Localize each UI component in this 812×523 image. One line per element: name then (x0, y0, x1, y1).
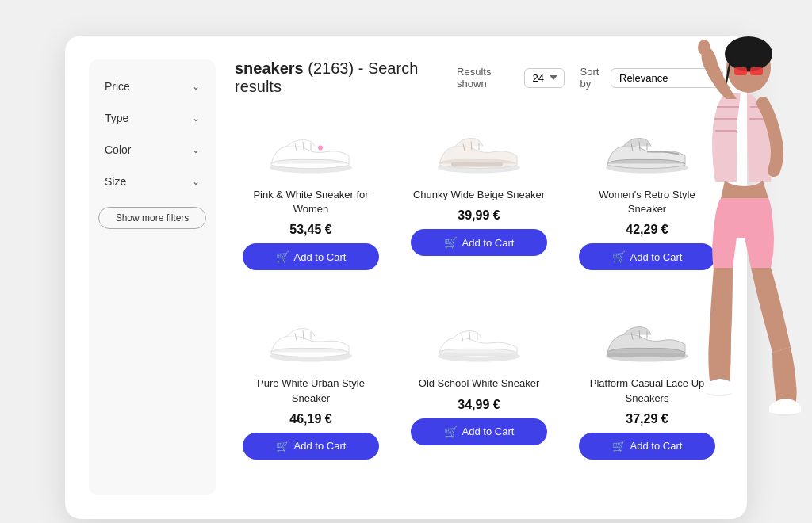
sort-group: Sort by Relevance Price: Low to High Pri… (580, 66, 723, 90)
filter-type[interactable]: Type ⌄ (98, 104, 206, 132)
sort-label: Sort by (580, 66, 604, 90)
add-to-cart-label-3: Add to Cart (630, 251, 683, 263)
cart-icon-5: 🛒 (444, 426, 458, 438)
products-grid: Pink & White Sneaker for Women 53,45 € 🛒… (235, 109, 723, 471)
add-to-cart-button-2[interactable]: 🛒 Add to Cart (411, 229, 547, 256)
product-name-4: Pure White Urban Style Sneaker (243, 376, 379, 405)
cart-icon-6: 🛒 (612, 440, 626, 452)
product-price-4: 46,19 € (289, 412, 331, 426)
cart-icon-2: 🛒 (444, 236, 458, 249)
product-image-1 (259, 118, 362, 181)
product-card-3: Women's Retro Style Sneaker 42,29 € 🛒 Ad… (571, 109, 723, 281)
header-controls: Results shown 24 48 96 Sort by Relevance… (457, 66, 723, 90)
filter-color[interactable]: Color ⌄ (98, 136, 206, 164)
filter-price-label: Price (105, 80, 130, 93)
product-price-6: 37,29 € (626, 412, 668, 426)
add-to-cart-button-5[interactable]: 🛒 Add to Cart (411, 418, 547, 445)
product-card-2: Chunky Wide Beige Sneaker 39,99 € 🛒 Add … (403, 109, 555, 281)
chevron-price-icon: ⌄ (192, 81, 200, 92)
product-image-4 (259, 307, 362, 370)
search-header: sneakers (2163) - Search results Results… (235, 59, 723, 96)
add-to-cart-label-6: Add to Cart (630, 440, 683, 452)
product-name-3: Women's Retro Style Sneaker (579, 188, 715, 216)
product-card-4: Pure White Urban Style Sneaker 46,19 € 🛒… (235, 297, 387, 470)
search-term: sneakers (235, 59, 304, 77)
results-shown-label: Results shown (457, 66, 517, 90)
add-to-cart-button-4[interactable]: 🛒 Add to Cart (243, 433, 379, 460)
result-count: (2163) (308, 59, 354, 77)
product-image-6 (596, 307, 699, 370)
add-to-cart-button-3[interactable]: 🛒 Add to Cart (579, 243, 715, 270)
filter-color-label: Color (105, 143, 131, 156)
cart-icon-1: 🛒 (276, 250, 289, 263)
add-to-cart-label-2: Add to Cart (462, 237, 515, 249)
add-to-cart-button-6[interactable]: 🛒 Add to Cart (579, 433, 715, 460)
page-wrapper: Price ⌄ Type ⌄ Color ⌄ Size ⌄ Show more … (16, 16, 796, 523)
product-image-5 (427, 307, 530, 370)
chevron-color-icon: ⌄ (192, 144, 200, 155)
product-price-1: 53,45 € (289, 223, 331, 237)
filter-size-label: Size (105, 175, 126, 188)
product-price-3: 42,29 € (626, 223, 668, 237)
add-to-cart-label-5: Add to Cart (462, 426, 515, 437)
svg-rect-3 (451, 162, 503, 167)
chevron-size-icon: ⌄ (192, 176, 200, 187)
svg-point-22 (769, 403, 801, 416)
results-shown-group: Results shown 24 48 96 (457, 66, 564, 90)
svg-rect-9 (607, 353, 685, 357)
product-price-5: 34,99 € (458, 398, 500, 412)
filter-type-label: Type (105, 112, 128, 124)
svg-rect-7 (439, 353, 517, 357)
filter-price[interactable]: Price ⌄ (98, 72, 206, 101)
product-price-2: 39,99 € (458, 208, 500, 223)
product-card-1: Pink & White Sneaker for Women 53,45 € 🛒… (235, 109, 387, 281)
add-to-cart-label-1: Add to Cart (294, 251, 347, 263)
add-to-cart-label-4: Add to Cart (294, 440, 347, 452)
product-image-2 (427, 118, 530, 181)
product-name-1: Pink & White Sneaker for Women (243, 188, 379, 216)
main-card: Price ⌄ Type ⌄ Color ⌄ Size ⌄ Show more … (65, 36, 747, 519)
chevron-type-icon: ⌄ (192, 113, 200, 124)
product-card-5: Old School White Sneaker 34,99 € 🛒 Add t… (403, 297, 555, 470)
results-shown-select[interactable]: 24 48 96 (524, 68, 565, 88)
main-content: sneakers (2163) - Search results Results… (235, 59, 723, 495)
search-title: sneakers (2163) - Search results (235, 59, 457, 96)
add-to-cart-button-1[interactable]: 🛒 Add to Cart (243, 243, 379, 270)
show-more-filters-button[interactable]: Show more filters (98, 207, 206, 229)
product-name-5: Old School White Sneaker (419, 376, 539, 391)
product-name-6: Platform Casual Lace Up Sneakers (579, 376, 715, 405)
svg-point-1 (318, 146, 323, 151)
filter-size[interactable]: Size ⌄ (98, 167, 206, 196)
product-name-2: Chunky Wide Beige Sneaker (413, 188, 545, 202)
sidebar: Price ⌄ Type ⌄ Color ⌄ Size ⌄ Show more … (89, 59, 216, 495)
svg-rect-13 (750, 67, 763, 75)
product-card-6: Platform Casual Lace Up Sneakers 37,29 €… (571, 297, 723, 470)
sort-select[interactable]: Relevance Price: Low to High Price: High… (611, 68, 723, 88)
cart-icon-3: 🛒 (612, 250, 626, 263)
cart-icon-4: 🛒 (276, 440, 289, 452)
product-image-3 (596, 118, 699, 181)
